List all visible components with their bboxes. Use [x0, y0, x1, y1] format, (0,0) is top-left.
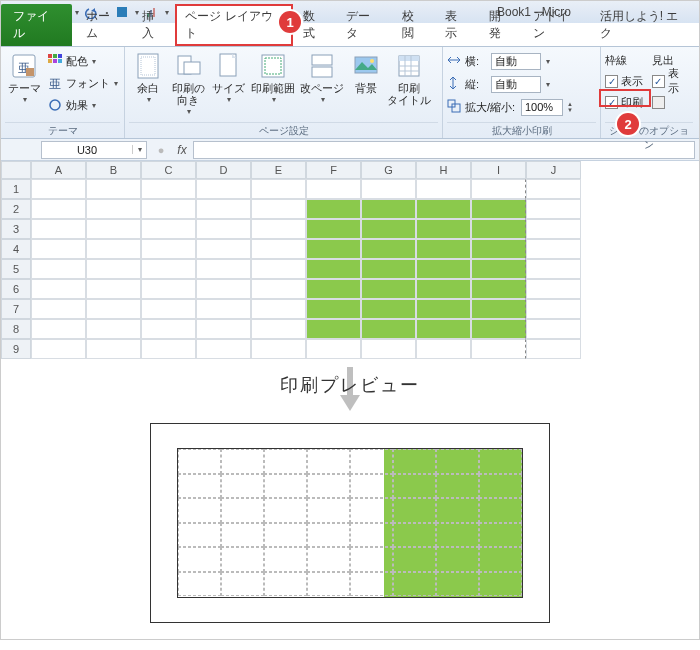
cell[interactable] [471, 259, 526, 279]
cell[interactable] [416, 199, 471, 219]
btn-effects[interactable]: 効果▾ [45, 95, 120, 115]
cell[interactable] [251, 279, 306, 299]
col-header[interactable]: G [361, 161, 416, 179]
cell[interactable] [196, 239, 251, 259]
cell[interactable] [251, 199, 306, 219]
cell[interactable] [31, 299, 86, 319]
cell[interactable] [471, 219, 526, 239]
cell[interactable] [31, 339, 86, 359]
cell[interactable] [251, 319, 306, 339]
cell[interactable] [251, 259, 306, 279]
btn-print-area[interactable]: 印刷範囲▾ [249, 49, 297, 104]
cell[interactable] [86, 259, 141, 279]
worksheet-grid[interactable]: A B C D E F G H I J 123456789 [1, 161, 699, 359]
cell[interactable] [31, 199, 86, 219]
cell[interactable] [526, 219, 581, 239]
cell[interactable] [526, 279, 581, 299]
cell[interactable] [196, 299, 251, 319]
cell[interactable] [86, 319, 141, 339]
cell[interactable] [31, 279, 86, 299]
cell[interactable] [86, 279, 141, 299]
col-header[interactable]: C [141, 161, 196, 179]
btn-orientation[interactable]: 印刷の 向き▾ [169, 49, 207, 116]
cell[interactable] [251, 339, 306, 359]
cell[interactable] [526, 259, 581, 279]
col-header[interactable]: B [86, 161, 141, 179]
btn-size[interactable]: サイズ▾ [209, 49, 247, 104]
row-header[interactable]: 7 [1, 299, 31, 319]
cell[interactable] [31, 319, 86, 339]
cell[interactable] [86, 219, 141, 239]
cell[interactable] [361, 259, 416, 279]
col-header[interactable]: F [306, 161, 361, 179]
row-header[interactable]: 4 [1, 239, 31, 259]
btn-print-titles[interactable]: 印刷 タイトル [387, 49, 431, 106]
tab-view[interactable]: 表示 [435, 4, 479, 46]
scale-height-value[interactable]: 自動 [491, 76, 541, 93]
cell[interactable] [416, 259, 471, 279]
btn-background[interactable]: 背景 [347, 49, 385, 94]
tab-file[interactable]: ファイル [1, 4, 72, 46]
cell[interactable] [31, 259, 86, 279]
fx-icon[interactable]: fx [171, 143, 193, 157]
formula-input[interactable] [193, 141, 695, 159]
cell[interactable] [86, 299, 141, 319]
cell[interactable] [471, 239, 526, 259]
cell[interactable] [306, 179, 361, 199]
tab-home[interactable]: ホーム [76, 4, 131, 46]
cell[interactable] [416, 219, 471, 239]
cell[interactable] [416, 299, 471, 319]
cell[interactable] [86, 239, 141, 259]
tab-developer[interactable]: 開発 [479, 4, 523, 46]
chk-headings-print[interactable] [652, 93, 693, 111]
cell[interactable] [416, 339, 471, 359]
btn-colors[interactable]: 配色▾ [45, 51, 120, 71]
cell[interactable] [306, 219, 361, 239]
cell[interactable] [471, 199, 526, 219]
cell[interactable] [31, 179, 86, 199]
col-header[interactable]: I [471, 161, 526, 179]
cell[interactable] [196, 319, 251, 339]
cell[interactable] [361, 279, 416, 299]
cell[interactable] [86, 339, 141, 359]
cell[interactable] [526, 239, 581, 259]
cell[interactable] [471, 319, 526, 339]
cell[interactable] [416, 239, 471, 259]
cell[interactable] [196, 219, 251, 239]
cell[interactable] [416, 279, 471, 299]
row-header[interactable]: 6 [1, 279, 31, 299]
col-header[interactable]: A [31, 161, 86, 179]
cell[interactable] [361, 319, 416, 339]
cell[interactable] [251, 219, 306, 239]
cell[interactable] [141, 299, 196, 319]
cell[interactable] [471, 339, 526, 359]
cell[interactable] [31, 219, 86, 239]
spinner-icon[interactable]: ▲▼ [567, 101, 573, 113]
scale-width-value[interactable]: 自動 [491, 53, 541, 70]
chk-gridlines-view[interactable]: ✓表示 [605, 72, 650, 90]
cell[interactable] [306, 239, 361, 259]
row-header[interactable]: 3 [1, 219, 31, 239]
select-all-corner[interactable] [1, 161, 31, 179]
tab-page-layout[interactable]: ページ レイアウト [175, 4, 293, 46]
cell[interactable] [141, 279, 196, 299]
cell[interactable] [306, 299, 361, 319]
cell[interactable] [141, 179, 196, 199]
cell[interactable] [251, 239, 306, 259]
cell[interactable] [141, 219, 196, 239]
name-box[interactable]: U30 ▾ [41, 141, 147, 159]
cell[interactable] [306, 279, 361, 299]
cell[interactable] [141, 199, 196, 219]
cell[interactable] [196, 339, 251, 359]
row-header[interactable]: 5 [1, 259, 31, 279]
cell[interactable] [141, 239, 196, 259]
cell[interactable] [196, 259, 251, 279]
cell[interactable] [471, 279, 526, 299]
cell[interactable] [361, 299, 416, 319]
cell[interactable] [361, 239, 416, 259]
cell[interactable] [196, 279, 251, 299]
row-header[interactable]: 9 [1, 339, 31, 359]
tab-addin[interactable]: アドイン [523, 4, 590, 46]
cell[interactable] [526, 319, 581, 339]
btn-themes[interactable]: 亜 テーマ ▾ [5, 49, 43, 104]
